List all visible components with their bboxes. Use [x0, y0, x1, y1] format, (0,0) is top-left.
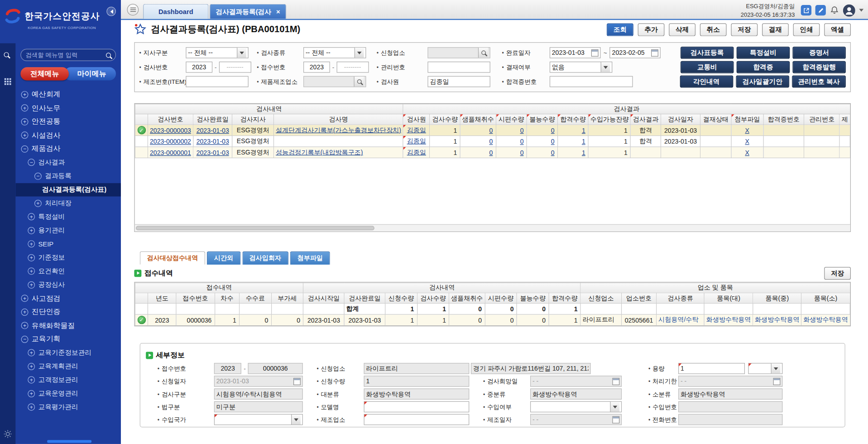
cell-link[interactable]: 0 [520, 138, 524, 145]
panel-button-특정설비[interactable]: 특정설비 [737, 47, 790, 59]
tab-dashboard[interactable]: Dashboard [143, 4, 209, 19]
dropdown-arrow-icon[interactable] [610, 402, 619, 412]
cell-link[interactable]: X [745, 138, 749, 145]
sidebar-item[interactable]: −결과등록 [15, 169, 121, 183]
sidebar-item[interactable]: +예산회계 [15, 88, 121, 101]
sidebar-item[interactable]: 검사결과등록(검사표) [15, 183, 121, 197]
lower-tab-3[interactable]: 첨부파일 [290, 251, 330, 265]
panel-button-합격증[interactable]: 합격증 [737, 61, 790, 73]
tab-current[interactable]: 검사결과등록(검사× [210, 4, 286, 19]
calendar-icon[interactable] [652, 49, 659, 56]
expand-icon[interactable]: + [28, 363, 35, 370]
search-icon[interactable] [354, 77, 364, 87]
sidebar-item[interactable]: +교육계획관리 [15, 360, 121, 373]
expand-icon[interactable]: + [21, 91, 29, 98]
external-link-icon[interactable] [801, 5, 811, 15]
panel-button-합격증발행[interactable]: 합격증발행 [792, 61, 846, 73]
text-field[interactable] [364, 414, 470, 425]
close-icon[interactable]: × [276, 8, 280, 15]
panel-button-검사표등록[interactable]: 검사표등록 [681, 47, 734, 59]
all-menu-button[interactable]: 전체메뉴 [20, 67, 69, 80]
cell-link[interactable]: 성능검정기록부(내압방폭구조) [276, 149, 363, 155]
search-icon[interactable] [478, 48, 488, 58]
dropdown-arrow-icon[interactable] [771, 363, 781, 373]
sidebar-item[interactable]: +SEIP [15, 237, 121, 251]
sidebar-item[interactable]: +특정설비 [15, 210, 121, 224]
avatar[interactable] [843, 4, 855, 16]
sidebar-item[interactable]: +요건확인 [15, 265, 121, 278]
expand-icon[interactable]: + [21, 309, 29, 316]
text-field[interactable]: -------- [336, 62, 369, 72]
sidebar-item[interactable]: +교육평가관리 [15, 401, 121, 414]
menu-search-box[interactable] [20, 49, 116, 61]
app-grid-icon[interactable] [4, 77, 12, 85]
collapse-icon[interactable]: − [28, 159, 35, 166]
sidebar-item[interactable]: +고객정보관리 [15, 373, 121, 387]
date-field[interactable]: 2023-01-03 [550, 47, 601, 58]
sidebar-item[interactable]: −검사결과 [15, 156, 121, 169]
calendar-icon[interactable] [612, 416, 619, 423]
expand-icon[interactable]: + [21, 118, 29, 125]
lower-tab-2[interactable]: 검사입회자 [242, 251, 288, 265]
action-button-3[interactable]: 취소 [700, 23, 727, 36]
panel-button-교통비[interactable]: 교통비 [681, 61, 734, 73]
sidebar-scrollbar[interactable] [47, 440, 91, 443]
sidebar-item[interactable]: −제품검사 [15, 142, 121, 156]
chevron-down-icon[interactable] [859, 9, 863, 14]
search-field[interactable] [427, 47, 490, 58]
cell-link[interactable]: 2023-0000003 [150, 127, 191, 134]
collapse-icon[interactable]: − [34, 173, 42, 180]
select-field[interactable]: -- 전체 -- [186, 47, 248, 58]
calendar-icon[interactable] [773, 378, 781, 385]
select-field[interactable] [214, 414, 303, 425]
cell-link[interactable]: 1 [582, 149, 585, 156]
cell-link[interactable]: 1 [582, 127, 585, 134]
sidebar-item[interactable]: +시설검사 [15, 129, 121, 142]
select-field[interactable] [530, 401, 622, 412]
text-field[interactable] [550, 76, 633, 87]
cell-link[interactable]: X [745, 149, 749, 156]
sidebar-item[interactable]: −교육기획 [15, 333, 121, 346]
action-button-5[interactable]: 결재 [762, 23, 789, 36]
select-field[interactable]: -- 전체 -- [303, 47, 366, 58]
text-field[interactable]: 2023 [186, 62, 212, 72]
cell-link[interactable]: 0 [551, 138, 555, 145]
expand-icon[interactable]: + [28, 254, 35, 261]
action-button-4[interactable]: 저장 [731, 23, 758, 36]
cell-link[interactable]: 0 [489, 149, 493, 156]
menu-search-input[interactable] [25, 52, 106, 58]
sidebar-item[interactable]: +기준정보 [15, 251, 121, 265]
lower-tab-0[interactable]: 검사대상접수내역 [140, 251, 206, 265]
date-field[interactable]: 2023-01-03 [214, 376, 303, 386]
expand-icon[interactable]: + [28, 227, 35, 234]
dropdown-arrow-icon[interactable] [291, 415, 301, 425]
date-field[interactable]: - - [530, 376, 622, 386]
cell-link[interactable]: 0 [520, 149, 524, 156]
date-field[interactable]: - - [530, 414, 622, 425]
search-icon[interactable] [4, 52, 9, 57]
text-field[interactable]: 1 [678, 363, 745, 374]
calendar-icon[interactable] [591, 49, 599, 56]
sidebar-item[interactable]: +안전공통 [15, 115, 121, 129]
expand-icon[interactable]: + [28, 268, 35, 275]
expand-icon[interactable]: + [34, 200, 42, 207]
edit-icon[interactable] [815, 5, 826, 15]
select-field[interactable] [748, 363, 782, 374]
search-icon[interactable] [106, 53, 111, 58]
expand-icon[interactable]: + [28, 241, 35, 248]
cell-link[interactable]: 2023-01-03 [197, 138, 229, 145]
text-field[interactable] [364, 401, 470, 412]
sidebar-item[interactable]: +진단인증 [15, 305, 121, 319]
text-field[interactable]: 2023 [303, 62, 330, 72]
sidebar-item[interactable]: +인사노무 [15, 101, 121, 115]
cell-link[interactable]: 0 [489, 127, 493, 134]
search-field[interactable] [303, 76, 366, 87]
action-button-7[interactable]: 엑셀 [824, 23, 851, 36]
scrollbar-thumb[interactable] [136, 226, 374, 231]
cell-link[interactable]: 2023-0000002 [150, 138, 191, 145]
panel-button-관리번호 복사[interactable]: 관리번호 복사 [792, 76, 846, 88]
expand-icon[interactable]: + [28, 213, 35, 221]
text-field[interactable]: 김종일 [427, 76, 490, 87]
expand-icon[interactable]: + [28, 390, 35, 397]
cell-link[interactable]: 2023-0000001 [150, 149, 191, 156]
